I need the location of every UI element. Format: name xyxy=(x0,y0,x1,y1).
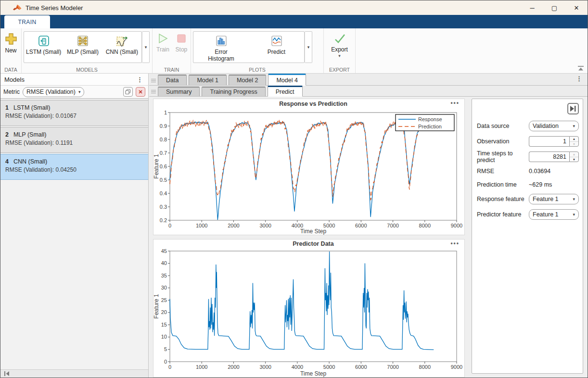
svg-text:Response: Response xyxy=(418,116,442,122)
chart-options-icon[interactable]: ••• xyxy=(450,240,460,247)
svg-text:10: 10 xyxy=(161,334,167,340)
tab-training-progress[interactable]: Training Progress xyxy=(202,87,265,96)
new-button[interactable]: New xyxy=(2,31,19,55)
collapse-panel-right-button[interactable] xyxy=(567,103,579,114)
tab-summary[interactable]: Summary xyxy=(158,87,200,96)
spin-up-icon[interactable]: ▲ xyxy=(570,137,578,142)
spin-up-icon[interactable]: ▲ xyxy=(570,152,578,157)
cnn-icon xyxy=(115,34,128,48)
section-label-plots: PLOTS xyxy=(191,67,323,73)
svg-text:7000: 7000 xyxy=(387,223,398,228)
svg-text:6000: 6000 xyxy=(355,223,367,228)
charts-column: ••• 010002000300040005000600070008000900… xyxy=(149,97,469,378)
svg-text:0.3: 0.3 xyxy=(160,204,167,210)
stop-button[interactable]: Stop xyxy=(173,31,190,65)
svg-text:5: 5 xyxy=(164,346,167,352)
svg-text:3000: 3000 xyxy=(259,364,271,370)
chevron-down-icon: ▾ xyxy=(145,45,147,50)
ribbon-tab-band: TRAIN xyxy=(0,15,588,28)
predictor-feature-row: Predictor feature Feature 1 ▾ xyxy=(472,207,583,222)
svg-text:Time Step: Time Step xyxy=(300,228,327,235)
section-label-models: MODELS xyxy=(22,67,152,73)
svg-text:0: 0 xyxy=(164,359,167,365)
model-template-mlp[interactable]: MLP (Small) xyxy=(63,32,102,63)
time-steps-spinner[interactable]: 8281 ▲ ▼ xyxy=(529,151,579,162)
export-button[interactable]: Export ▾ xyxy=(326,31,353,59)
maximize-button[interactable]: ▢ xyxy=(543,0,565,15)
close-button[interactable]: ✕ xyxy=(565,0,588,15)
models-gallery-dropdown[interactable]: ▾ xyxy=(142,31,150,63)
section-label-export: EXPORT xyxy=(324,67,355,73)
collapse-right-icon xyxy=(569,105,577,113)
svg-text:0.7: 0.7 xyxy=(160,150,167,156)
svg-text:Response vs Prediction: Response vs Prediction xyxy=(279,101,347,107)
response-vs-prediction-card: ••• 010002000300040005000600070008000900… xyxy=(153,99,465,235)
collapse-ribbon-icon[interactable] xyxy=(577,66,584,71)
response-feature-dropdown[interactable]: Feature 1 ▾ xyxy=(529,194,579,204)
plot-predict[interactable]: Predict xyxy=(249,32,304,63)
tab-model-1[interactable]: Model 1 xyxy=(189,75,226,85)
response-vs-prediction-chart: 01000200030004000500060007000800090000.2… xyxy=(153,99,464,235)
minimize-button[interactable]: ─ xyxy=(521,0,543,15)
model4-subtabrow: Summary Training Progress Predict xyxy=(149,86,588,97)
svg-text:0.4: 0.4 xyxy=(160,190,167,196)
model-list-item-1[interactable]: 1LSTM (Small) RMSE (Validation): 0.01067 xyxy=(0,100,148,126)
metric-dropdown[interactable]: RMSE (Validation) ▾ xyxy=(23,87,84,97)
svg-text:20: 20 xyxy=(161,309,167,315)
observation-spinner[interactable]: 1 ▲ ▼ xyxy=(529,136,579,147)
models-panel-menu-icon[interactable]: ⋮ xyxy=(135,76,144,83)
histogram-icon xyxy=(215,34,228,48)
spin-down-icon[interactable]: ▼ xyxy=(570,157,578,162)
svg-text:6000: 6000 xyxy=(355,364,367,370)
section-train: Train Stop TRAIN xyxy=(153,28,191,73)
duplicate-model-button[interactable] xyxy=(123,87,133,97)
chevron-down-icon: ▾ xyxy=(573,197,575,202)
plot-error-histogram[interactable]: Error Histogram xyxy=(193,32,249,63)
svg-text:1000: 1000 xyxy=(196,223,207,228)
predict-icon xyxy=(270,34,283,48)
tab-model-4[interactable]: Model 4 xyxy=(268,74,306,86)
predictor-data-card: ••• 010002000300040005000600070008000900… xyxy=(153,239,465,378)
window-title: Time Series Modeler xyxy=(26,4,83,12)
lstm-icon xyxy=(37,34,51,48)
time-steps-field[interactable]: 8281 xyxy=(529,151,569,162)
chart-options-icon[interactable]: ••• xyxy=(450,100,460,106)
tab-data[interactable]: Data xyxy=(158,75,187,85)
observation-field[interactable]: 1 xyxy=(529,136,569,147)
model-template-cnn[interactable]: CNN (Small) xyxy=(102,32,141,63)
delete-model-button[interactable]: ✕ xyxy=(136,87,145,97)
tab-predict[interactable]: Predict xyxy=(268,86,303,97)
tab-train[interactable]: TRAIN xyxy=(4,15,50,28)
delete-icon: ✕ xyxy=(138,89,142,95)
svg-text:3000: 3000 xyxy=(259,223,271,228)
model-list-item-4[interactable]: 4CNN (Small) RMSE (Validation): 0.04250 xyxy=(0,154,148,180)
tab-model-2[interactable]: Model 2 xyxy=(229,75,266,85)
data-source-dropdown[interactable]: Validation ▾ xyxy=(529,121,579,131)
train-button[interactable]: Train xyxy=(154,31,171,65)
time-steps-row: Time steps to predict 8281 ▲ ▼ xyxy=(472,149,583,164)
predictor-feature-dropdown[interactable]: Feature 1 ▾ xyxy=(529,209,579,220)
model-template-lstm[interactable]: LSTM (Small) xyxy=(24,32,63,63)
tabrow-grip[interactable] xyxy=(151,79,156,82)
svg-text:40: 40 xyxy=(161,260,167,266)
plots-gallery-dropdown[interactable]: ▾ xyxy=(305,31,312,63)
spin-down-icon[interactable]: ▼ xyxy=(570,142,578,147)
svg-text:0: 0 xyxy=(168,223,171,228)
svg-text:1000: 1000 xyxy=(196,364,207,370)
chevron-down-icon: ▾ xyxy=(78,89,81,94)
model-list-item-2[interactable]: 2MLP (Small) RMSE (Validation): 0.1191 xyxy=(0,127,148,153)
predict-options-panel: Data source Validation ▾ Observation 1 ▲… xyxy=(472,99,583,374)
document-tabrow-menu-icon[interactable]: ⋮ xyxy=(575,76,584,82)
toolstrip-spacer xyxy=(356,28,588,73)
models-panel-title: Models xyxy=(4,76,25,83)
chevron-down-icon: ▾ xyxy=(307,45,310,50)
svg-text:5000: 5000 xyxy=(323,364,335,370)
svg-text:Predictor Data: Predictor Data xyxy=(293,240,334,247)
subtabrow-grip[interactable] xyxy=(151,90,156,93)
prediction-time-row: Prediction time ~629 ms xyxy=(472,178,583,191)
svg-text:0.6: 0.6 xyxy=(160,164,167,169)
collapse-panel-left-icon[interactable] xyxy=(3,371,10,377)
svg-text:25: 25 xyxy=(161,297,167,303)
svg-text:35: 35 xyxy=(161,273,167,278)
prediction-time-value: ~629 ms xyxy=(529,181,579,188)
